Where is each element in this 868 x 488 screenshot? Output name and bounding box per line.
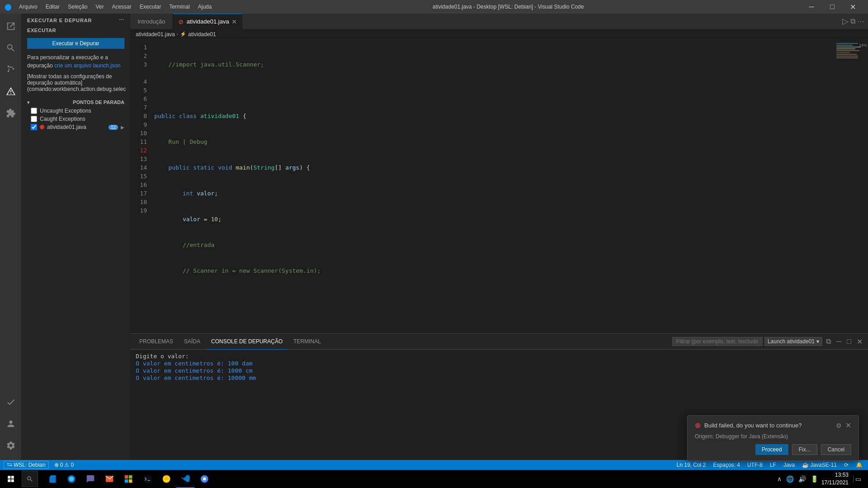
code-content: //import java.util.Scanner; public class… [151,39,832,333]
activity-item-account[interactable] [0,413,22,435]
start-button[interactable] [2,470,20,488]
breadcrumb-class[interactable]: ⚡ atividade01 [180,31,216,38]
launch-config-dropdown[interactable]: Launch atividade01 ▾ [764,337,822,346]
breakpoint-arrow[interactable]: ▶ [121,125,124,130]
menu-bar: Arquivo Editar Seleção Ver Acessar Execu… [15,3,215,11]
language[interactable]: Java [782,462,797,468]
launch-json-link[interactable]: crie um arquivo launch.json [54,62,120,69]
taskbar-app-explorer-browser[interactable] [157,470,175,488]
notification-title: Build failed, do you want to continue? [704,422,832,429]
caught-exceptions-checkbox[interactable] [31,116,37,122]
breadcrumb-file[interactable]: atividade01.java [136,31,175,38]
tab-atividade01[interactable]: ⊘ atividade01.java ✕ [173,14,242,29]
menu-selecao[interactable]: Seleção [64,3,91,11]
svg-rect-4 [125,479,128,483]
atividade01-checkbox[interactable] [31,124,37,130]
sidebar-more-options[interactable]: ⋯ [119,17,124,23]
taskbar-app-chrome[interactable] [195,470,213,488]
main-layout: EXECUTAR E DEPURAR ⋯ EXECUTAR Executar e… [0,14,868,460]
taskbar-app-cmd[interactable] [138,470,157,488]
menu-arquivo[interactable]: Arquivo [15,3,41,11]
more-actions-icon[interactable]: ⋯ [857,17,864,26]
breakpoint-caught: Caught Exceptions [22,115,130,123]
sync-icon[interactable]: ⟳ [842,462,850,468]
menu-ajuda[interactable]: Ajuda [194,3,216,11]
activity-item-settings[interactable] [0,435,22,456]
breakpoint-badge: 12 [109,125,118,130]
error-icon: ⊗ [54,462,59,468]
debug-output-line-2: O valor em centimetros é: 100 dam [136,360,863,367]
maximize-button[interactable]: □ [822,0,843,14]
activity-item-source-control[interactable] [0,59,22,81]
cursor-position[interactable]: Ln 19, Col 2 [675,462,708,468]
menu-ver[interactable]: Ver [92,3,107,11]
cancel-button[interactable]: Cancel [821,444,851,455]
eol[interactable]: LF [768,462,778,468]
panel-maximize-icon[interactable]: □ [845,336,853,346]
panel-tab-saida[interactable]: SAÍDA [179,334,206,350]
taskbar-network-icon[interactable]: 🌐 [785,475,795,483]
activity-item-explorer[interactable] [0,15,22,37]
proceed-button[interactable]: Proceed [755,444,788,455]
notification-settings-icon[interactable]: ⚙ [836,422,842,429]
indentation[interactable]: Espaços: 4 [711,462,742,468]
panel-split-icon[interactable]: ⧉ [824,336,833,346]
tab-close-button[interactable]: ✕ [232,18,237,25]
errors-indicator[interactable]: ⊗ 0 ⚠ 0 [52,462,76,468]
breakpoints-header[interactable]: ▾ PONTOS DE PARADA [22,98,130,107]
taskbar-app-store[interactable] [119,470,138,488]
taskbar-chevron-icon[interactable]: ∧ [776,475,783,483]
notification-bell[interactable]: 🔔 [854,462,864,468]
java-version[interactable]: ☕ JavaSE-11 [800,462,839,468]
taskbar-battery-icon[interactable]: 🔋 [809,475,820,483]
title-bar-left: ⬤ Arquivo Editar Seleção Ver Acessar Exe… [5,3,215,11]
minimize-button[interactable]: ─ [801,0,822,14]
menu-executar[interactable]: Executar [136,3,165,11]
panel-close-icon[interactable]: ✕ [855,336,864,347]
run-icon[interactable]: ▷ [842,16,849,26]
app-icon: ⬤ [5,3,12,10]
panel-filter-input[interactable] [672,337,763,346]
taskbar-right: ∧ 🌐 🔊 🔋 13:53 17/11/2021 ▭ [776,471,866,487]
wsl-badge[interactable]: ⮀ WSL: Debian [4,461,49,469]
menu-terminal[interactable]: Terminal [166,3,193,11]
svg-rect-5 [129,479,133,483]
breadcrumb: atividade01.java › ⚡ atividade01 [130,29,868,39]
panel-tab-terminal[interactable]: TERMINAL [288,334,327,350]
taskbar-app-vscode[interactable] [176,470,194,488]
show-desktop-icon[interactable]: ▭ [853,475,863,483]
uncaught-exceptions-checkbox[interactable] [31,108,37,114]
run-debug-button[interactable]: Executar e Depurar [27,38,124,49]
activity-item-search[interactable] [0,37,22,59]
taskbar-search-button[interactable] [22,471,38,487]
activity-item-testing[interactable] [0,391,22,413]
window-title: atividade01.java - Desktop [WSL: Debian]… [432,4,584,10]
close-button[interactable]: ✕ [843,0,863,14]
run-section-header[interactable]: EXECUTAR [22,25,130,35]
taskbar-app-mail[interactable] [100,470,119,488]
panel-tab-problems[interactable]: PROBLEMAS [134,334,179,350]
debug-output-line-1: Digite o valor: [136,353,863,360]
tab-introduction[interactable]: Introdução [130,14,173,29]
title-bar: ⬤ Arquivo Editar Seleção Ver Acessar Exe… [0,0,868,14]
sidebar-debug-info[interactable]: [Mostrar todas as configurações de depur… [22,71,130,94]
taskbar-time[interactable]: 13:53 17/11/2021 [821,471,851,487]
breakpoints-section: ▾ PONTOS DE PARADA Uncaught Exceptions C… [22,98,130,131]
panel-tab-debug-console[interactable]: CONSOLE DE DEPURAÇÃO [206,334,288,350]
taskbar-app-edge[interactable] [62,470,81,488]
taskbar-volume-icon[interactable]: 🔊 [797,475,807,483]
taskbar-app-files[interactable] [43,470,62,488]
activity-bottom [0,391,22,460]
fix-button[interactable]: Fix... [792,444,817,455]
activity-item-run-debug[interactable] [0,81,22,102]
split-editor-icon[interactable]: ⧉ [850,17,855,25]
panel-minimize-icon[interactable]: ─ [835,336,843,346]
menu-acessar[interactable]: Acessar [108,3,135,11]
code-editor[interactable]: 1 2 3 4 5 6 7 8 9 10 11 12 13 14 15 16 [130,39,868,333]
encoding[interactable]: UTF-8 [745,462,764,468]
wsl-arrow: ⮀ [7,462,12,468]
notification-close-button[interactable]: ✕ [845,421,851,430]
taskbar-app-chat[interactable] [81,470,100,488]
menu-editar[interactable]: Editar [42,3,63,11]
activity-item-extensions[interactable] [0,102,22,124]
